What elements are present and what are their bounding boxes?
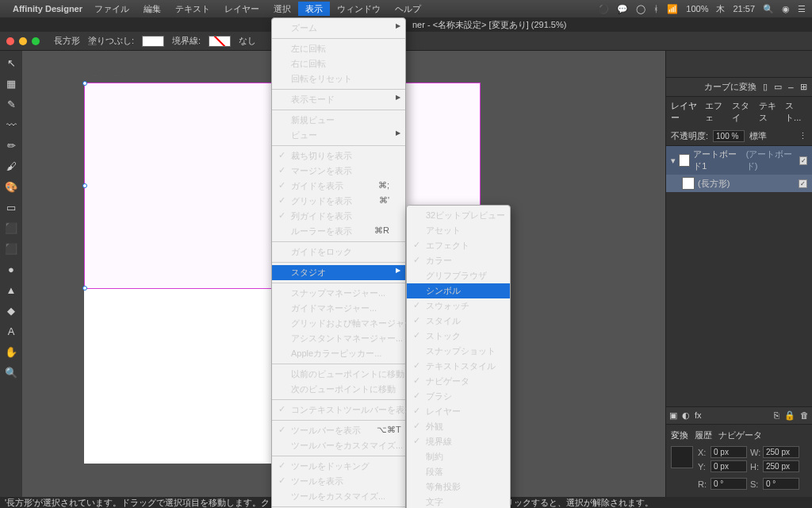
menu-ウィンドウ[interactable]: ウィンドウ xyxy=(330,2,388,16)
blend-mode[interactable]: 標準 xyxy=(749,130,767,142)
traffic-lights[interactable] xyxy=(6,37,40,45)
w-input[interactable] xyxy=(763,446,799,458)
app-name[interactable]: Affinity Designer xyxy=(13,4,82,13)
close-window-icon[interactable] xyxy=(6,37,14,45)
mask-icon[interactable]: ▣ xyxy=(669,410,677,421)
tool-1[interactable]: ▦ xyxy=(4,76,18,90)
minimize-window-icon[interactable] xyxy=(19,37,27,45)
tool-11[interactable]: ▲ xyxy=(4,283,18,297)
menu-item[interactable]: 表示モード xyxy=(272,92,405,107)
menu-item[interactable]: アシスタントマネージャー... xyxy=(272,331,405,346)
view-menu[interactable]: ズーム左に回転右に回転回転をリセット表示モード新規ビュービュー裁ち切りを表示マー… xyxy=(271,17,406,508)
copy-icon[interactable]: ⎘ xyxy=(774,410,779,421)
menu-選択[interactable]: 選択 xyxy=(266,2,298,16)
menu-item[interactable]: レイヤー xyxy=(407,404,510,419)
curve-convert[interactable]: カーブに変換 xyxy=(704,81,756,93)
menu-item[interactable]: スナップマネージャー... xyxy=(272,286,405,301)
visibility-checkbox[interactable]: ✓ xyxy=(799,156,807,165)
menu-item[interactable]: スナップショット xyxy=(407,344,510,359)
menu-item[interactable]: 文字 xyxy=(407,495,510,508)
panel-tab[interactable]: スタイ xyxy=(732,100,756,124)
menu-item[interactable]: グリッドおよび軸マネージャー... xyxy=(272,316,405,331)
menu-item[interactable]: スウォッチ xyxy=(407,298,510,314)
menu-item[interactable]: ナビゲータ xyxy=(407,374,510,389)
layer-row-rect[interactable]: (長方形) ✓ xyxy=(666,175,812,192)
tool-9[interactable]: ⬛ xyxy=(4,241,18,256)
panel-tab[interactable]: エフェ xyxy=(705,100,729,124)
menu-item[interactable]: Appleカラーピッカー... xyxy=(272,346,405,361)
menu-item[interactable]: テキストスタイル xyxy=(407,359,510,374)
transform-tabs[interactable]: 変換履歴ナビゲータ xyxy=(671,429,807,441)
panel-menu-icon[interactable]: ⋮ xyxy=(799,131,807,141)
menu-item[interactable]: スタジオ xyxy=(272,265,405,280)
artboard-label[interactable]: アートボード1 xyxy=(84,71,131,82)
opacity-input[interactable] xyxy=(713,130,745,142)
anchor-widget[interactable] xyxy=(671,446,693,468)
menu-item[interactable]: コンテキストツールバーを表示 xyxy=(272,402,405,418)
menu-item[interactable]: エフェクト xyxy=(407,238,510,253)
menu-item[interactable]: 裁ち切りを表示 xyxy=(272,148,405,164)
panel-tabs[interactable]: レイヤーエフェスタイテキススト... xyxy=(666,97,812,127)
tool-14[interactable]: ✋ xyxy=(4,344,18,359)
y-input[interactable] xyxy=(710,460,747,472)
handle-sw[interactable] xyxy=(82,286,87,291)
menu-item[interactable]: 32ビットプレビュー xyxy=(407,208,510,223)
stroke-value[interactable]: なし xyxy=(239,35,256,47)
menu-item[interactable]: シンボル xyxy=(407,283,510,298)
handle-nw[interactable] xyxy=(82,81,87,86)
menu-item[interactable]: ズーム xyxy=(272,21,405,36)
s-input[interactable] xyxy=(763,478,799,490)
visibility-checkbox[interactable]: ✓ xyxy=(799,179,807,188)
menu-item[interactable]: ブラシ xyxy=(407,389,510,404)
tool-0[interactable]: ↖ xyxy=(4,56,18,70)
align-icon[interactable]: ⎼ xyxy=(788,83,794,92)
menu-編集[interactable]: 編集 xyxy=(136,2,168,16)
align-icon[interactable]: ▭ xyxy=(774,82,782,92)
menu-item[interactable]: ストック xyxy=(407,329,510,344)
menu-item[interactable]: 外観 xyxy=(407,419,510,434)
tool-8[interactable]: ⬛ xyxy=(4,221,18,235)
h-input[interactable] xyxy=(763,460,799,472)
menu-item[interactable]: スタイル xyxy=(407,314,510,329)
menu-item[interactable]: アセット xyxy=(407,223,510,238)
tool-10[interactable]: ● xyxy=(4,262,18,276)
menu-item[interactable]: ツールをカスタマイズ... xyxy=(272,489,405,504)
menu-item[interactable]: ガイドを表示⌘; xyxy=(272,179,405,194)
siri-icon[interactable]: ◉ xyxy=(782,4,790,14)
menu-item[interactable]: ルーラーを表示⌘R xyxy=(272,224,405,239)
menu-item[interactable]: ツールバーを表示⌥⌘T xyxy=(272,423,405,438)
tool-3[interactable]: 〰 xyxy=(4,117,18,132)
panel-tab[interactable]: スト... xyxy=(785,100,807,124)
align-icon[interactable]: ▯ xyxy=(763,82,768,92)
fx-icon[interactable]: fx xyxy=(695,410,702,421)
trash-icon[interactable]: 🗑 xyxy=(800,410,809,421)
transform-tab[interactable]: 履歴 xyxy=(695,429,712,441)
lock-icon[interactable]: 🔒 xyxy=(784,410,795,421)
menu-item[interactable]: 回転をリセット xyxy=(272,71,405,87)
transform-tab[interactable]: 変換 xyxy=(671,429,688,441)
menu-item[interactable]: グリフブラウザ xyxy=(407,268,510,283)
transform-tab[interactable]: ナビゲータ xyxy=(718,429,762,441)
menu-テキスト[interactable]: テキスト xyxy=(168,2,217,16)
tool-4[interactable]: ✏ xyxy=(4,138,18,152)
layer-name[interactable]: (長方形) xyxy=(698,178,730,190)
stroke-swatch[interactable] xyxy=(209,36,231,47)
tool-7[interactable]: ▭ xyxy=(4,200,18,214)
menu-item[interactable]: ツールをドッキング xyxy=(272,459,405,474)
menu-item[interactable]: マージンを表示 xyxy=(272,164,405,179)
menu-item[interactable]: ツールバーをカスタマイズ... xyxy=(272,438,405,453)
menu-item[interactable]: 境界線 xyxy=(407,434,510,449)
tool-2[interactable]: ✎ xyxy=(4,97,18,111)
menu-item[interactable]: ガイドマネージャー... xyxy=(272,301,405,316)
disclosure-icon[interactable]: ▾ xyxy=(671,156,676,166)
menu-item[interactable]: 新規ビュー xyxy=(272,113,405,128)
align-icon[interactable]: ⊞ xyxy=(800,82,807,92)
handle-w[interactable] xyxy=(82,183,87,188)
menu-item[interactable]: 制約 xyxy=(407,449,510,464)
menu-表示[interactable]: 表示 xyxy=(298,2,330,16)
menu-ファイル[interactable]: ファイル xyxy=(87,2,136,16)
menu-item[interactable]: 段落 xyxy=(407,464,510,479)
menu-item[interactable]: 等角投影 xyxy=(407,479,510,495)
menu-レイヤー[interactable]: レイヤー xyxy=(217,2,266,16)
menu-item[interactable]: 右に回転 xyxy=(272,56,405,71)
